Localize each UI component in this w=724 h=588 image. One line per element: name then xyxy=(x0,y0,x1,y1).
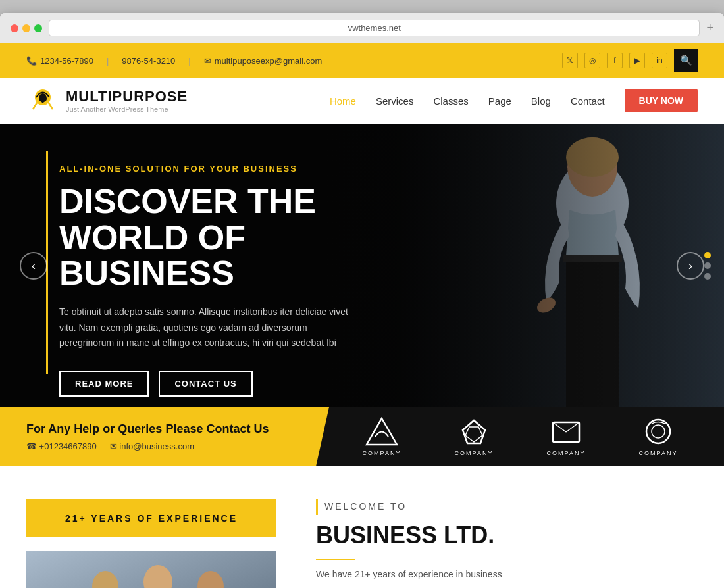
read-more-button[interactable]: READ MORE xyxy=(59,371,149,397)
top-bar-right: 𝕏 ◎ f ▶ in 🔍 xyxy=(562,49,698,72)
nav-page[interactable]: Page xyxy=(488,95,511,107)
browser-toolbar: vwthemes.net + xyxy=(0,13,724,43)
contact-bar-phone: ☎ +01234667890 xyxy=(26,441,97,451)
contact-bar-details: ☎ +01234667890 ✉ info@business.com xyxy=(26,441,290,451)
search-button[interactable]: 🔍 xyxy=(674,49,698,72)
nav-contact[interactable]: Contact xyxy=(571,95,605,107)
company-svg-1 xyxy=(365,417,398,447)
facebook-icon[interactable]: f xyxy=(607,53,623,68)
arrow-right-icon: › xyxy=(688,259,692,273)
email-icon: ✉ xyxy=(204,56,211,66)
close-dot[interactable] xyxy=(11,24,18,32)
separator2: | xyxy=(188,56,190,66)
logo-text: MULTIPURPOSE Just Another WordPress Them… xyxy=(66,88,188,113)
company-name-3: COMPANY xyxy=(547,450,586,456)
twitter-icon[interactable]: 𝕏 xyxy=(562,53,578,68)
arrow-left-icon: ‹ xyxy=(32,259,36,273)
about-right: WELCOME TO BUSINESS LTD. We have 21+ yea… xyxy=(316,499,698,588)
hero-title-line1: DISCOVER THE WORLD OF xyxy=(59,182,316,257)
company-svg-3 xyxy=(550,417,582,447)
section-separator xyxy=(316,559,355,560)
phone-1: 1234-56-7890 xyxy=(40,56,93,66)
hero-description: Te obtinuit ut adepto satis somno. Allis… xyxy=(59,305,355,351)
company-name-4: COMPANY xyxy=(639,450,678,456)
slider-prev-button[interactable]: ‹ xyxy=(20,252,47,280)
company-icon-3 xyxy=(550,417,582,447)
nav-classes[interactable]: Classes xyxy=(433,95,468,107)
company-svg-4 xyxy=(642,417,675,447)
about-description: We have 21+ years of experience in busin… xyxy=(316,567,698,583)
contact-bar-heading: For Any Help or Queries Please Contact U… xyxy=(26,422,290,436)
youtube-icon[interactable]: ▶ xyxy=(629,53,645,68)
years-box: 21+ YEARS OF EXPERIENCE xyxy=(26,499,276,537)
about-section: 21+ YEARS OF EXPERIENCE xyxy=(0,466,724,588)
minimize-dot[interactable] xyxy=(22,24,30,32)
contact-bar-email: ✉ info@business.com xyxy=(110,441,194,451)
nav-blog[interactable]: Blog xyxy=(531,95,551,107)
logo: MULTIPURPOSE Just Another WordPress Them… xyxy=(26,84,188,117)
about-tag: WELCOME TO xyxy=(316,499,698,515)
nav-links: Home Services Classes Page Blog Contact … xyxy=(330,89,698,112)
hero-title: DISCOVER THE WORLD OF BUSINESS xyxy=(59,184,401,291)
contact-bar-left: For Any Help or Queries Please Contact U… xyxy=(0,407,316,466)
address-bar[interactable]: vwthemes.net xyxy=(49,20,700,36)
logo-icon xyxy=(26,84,59,117)
about-left: 21+ YEARS OF EXPERIENCE xyxy=(26,499,276,588)
linkedin-icon[interactable]: in xyxy=(652,53,667,68)
company-icon-1 xyxy=(365,417,398,447)
partners-section: COMPANY COMPANY xyxy=(316,407,724,466)
about-title: BUSINESS LTD. xyxy=(316,522,698,549)
top-bar-left: 📞 1234-56-7890 | 9876-54-3210 | ✉ multip… xyxy=(26,56,322,66)
company-logo-1: COMPANY xyxy=(363,417,401,456)
top-bar: 📞 1234-56-7890 | 9876-54-3210 | ✉ multip… xyxy=(0,43,724,78)
svg-point-12 xyxy=(646,420,670,443)
slider-next-button[interactable]: › xyxy=(677,252,704,280)
nav-services[interactable]: Services xyxy=(376,95,414,107)
slider-dots xyxy=(704,252,711,280)
contact-us-button[interactable]: CONTACT US xyxy=(159,371,252,397)
hero-subtitle: ALL-IN-ONE SOLUTION FOR YOUR BUSINESS xyxy=(59,164,401,174)
about-image xyxy=(26,551,276,588)
svg-line-11 xyxy=(566,422,579,432)
browser-window: vwthemes.net + 📞 1234-56-7890 | 9876-54-… xyxy=(0,13,724,588)
hero-content: ALL-IN-ONE SOLUTION FOR YOUR BUSINESS DI… xyxy=(59,164,401,397)
separator: | xyxy=(107,56,109,66)
maximize-dot[interactable] xyxy=(34,24,42,32)
hero-section: ALL-IN-ONE SOLUTION FOR YOUR BUSINESS DI… xyxy=(0,124,724,407)
company-name-2: COMPANY xyxy=(455,450,494,456)
buy-now-button[interactable]: Buy Now xyxy=(625,89,698,112)
slider-dot-1[interactable] xyxy=(704,252,711,258)
add-tab-button[interactable]: + xyxy=(706,21,713,35)
company-icon-2 xyxy=(457,417,490,447)
company-logo-2: COMPANY xyxy=(455,417,494,456)
logo-subtitle: Just Another WordPress Theme xyxy=(66,105,188,113)
email-info: ✉ multipuposeexp@gmail.com xyxy=(204,56,323,66)
svg-line-10 xyxy=(553,422,566,432)
about-men-svg xyxy=(26,551,276,588)
phone-1-info: 📞 1234-56-7890 xyxy=(26,56,93,66)
instagram-icon[interactable]: ◎ xyxy=(584,53,600,68)
company-logo-3: COMPANY xyxy=(547,417,586,456)
phone-icon: 📞 xyxy=(26,56,37,66)
company-logo-4: COMPANY xyxy=(639,417,678,456)
years-label: 21+ YEARS OF EXPERIENCE xyxy=(65,513,238,524)
hero-title-line2: BUSINESS xyxy=(59,254,234,292)
company-svg-2 xyxy=(457,417,490,447)
website-content: 📞 1234-56-7890 | 9876-54-3210 | ✉ multip… xyxy=(0,43,724,588)
browser-dots xyxy=(11,24,42,32)
contact-bar: For Any Help or Queries Please Contact U… xyxy=(0,407,724,466)
hero-buttons: READ MORE CONTACT US xyxy=(59,371,401,397)
slider-dot-2[interactable] xyxy=(704,262,711,269)
slider-dot-3[interactable] xyxy=(704,273,711,280)
phone-2-info: 9876-54-3210 xyxy=(122,56,175,66)
svg-point-13 xyxy=(652,425,665,438)
nav-home[interactable]: Home xyxy=(330,95,356,107)
company-icon-4 xyxy=(642,417,675,447)
logo-title: MULTIPURPOSE xyxy=(66,88,188,105)
phone-2: 9876-54-3210 xyxy=(122,56,175,66)
email-address: multipuposeexp@gmail.com xyxy=(215,56,323,66)
company-name-1: COMPANY xyxy=(363,450,401,456)
navbar: MULTIPURPOSE Just Another WordPress Them… xyxy=(0,78,724,124)
